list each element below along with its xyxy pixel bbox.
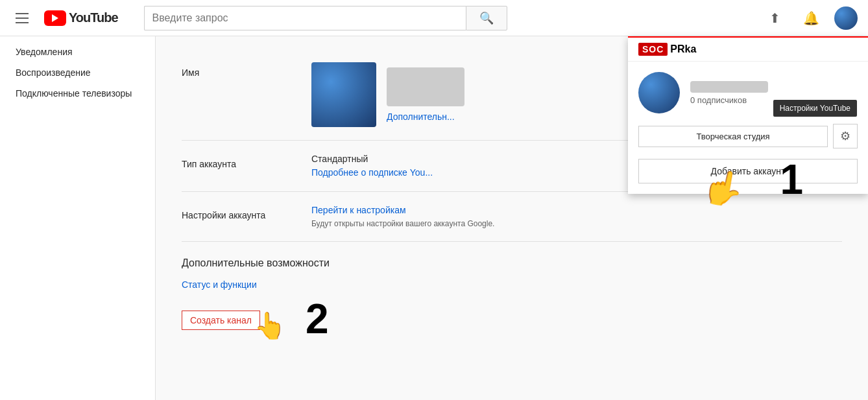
name-label: Имя — [182, 62, 311, 78]
account-type-label: Тип аккаунта — [182, 154, 311, 169]
dropdown-actions: Творческая студия ⚙ Настройки YouTube — [628, 124, 868, 159]
youtube-text: YouTube — [69, 10, 118, 25]
youtube-logo[interactable]: YouTube — [44, 10, 118, 26]
user-avatar-button[interactable] — [834, 6, 858, 30]
account-settings-content: Перейти к настройкам Будут открыты настр… — [311, 205, 842, 228]
menu-button[interactable] — [10, 8, 34, 29]
notification-button[interactable]: 🔔 — [798, 5, 824, 31]
bell-icon: 🔔 — [803, 10, 819, 26]
cursor-hand-1-icon: 👆 — [699, 165, 748, 211]
sidebar: Уведомления Воспроизведение Подключенные… — [0, 36, 156, 400]
avatar-image — [834, 6, 858, 30]
additional-title: Дополнительные возможности — [182, 257, 842, 269]
account-dropdown: SOC SOC PRka 0 подписчиков Творческая ст… — [628, 36, 868, 194]
cursor-hand-2-icon: 👆 — [254, 311, 286, 341]
youtube-icon — [44, 10, 66, 26]
dropdown-avatar — [638, 72, 680, 113]
step-number-1: 1 — [780, 156, 803, 204]
add-account-button[interactable]: Добавить аккаунт — [638, 159, 858, 183]
go-to-settings-link[interactable]: Перейти к настройкам — [311, 205, 842, 215]
search-bar: 🔍 — [144, 6, 507, 30]
account-settings-label: Настройки аккаунта — [182, 205, 311, 220]
soc-badge: SOC — [638, 43, 668, 56]
soc-prka-bar: SOC SOC PRka — [628, 38, 868, 62]
sidebar-item-playback[interactable]: Воспроизведение — [0, 62, 155, 83]
sidebar-item-notifications[interactable]: Уведомления — [0, 41, 155, 62]
header: YouTube 🔍 ⬆ 🔔 — [0, 0, 868, 36]
upload-button[interactable]: ⬆ — [762, 5, 788, 31]
settings-description: Будут открыты настройки вашего аккаунта … — [311, 219, 842, 228]
sidebar-item-tvs[interactable]: Подключенные телевизоры — [0, 83, 155, 104]
search-icon: 🔍 — [479, 11, 494, 25]
subscription-link[interactable]: Подробнее о подписке You... — [311, 167, 433, 178]
create-channel-row: Создать канал 👆 2 — [182, 295, 842, 343]
upload-icon: ⬆ — [769, 10, 780, 26]
name-info: Дополнительн... — [387, 67, 464, 122]
step-number-2: 2 — [306, 295, 329, 343]
create-channel-button[interactable]: Создать канал — [182, 311, 260, 330]
dropdown-name-blurred — [690, 81, 768, 93]
header-right: ⬆ 🔔 — [762, 5, 858, 31]
search-button[interactable]: 🔍 — [466, 6, 507, 30]
settings-gear-button[interactable]: ⚙ Настройки YouTube — [833, 124, 858, 148]
prka-text: PRka — [670, 43, 696, 55]
creative-studio-button[interactable]: Творческая студия — [638, 126, 828, 147]
dropdown-subscribers: 0 подписчиков — [690, 95, 858, 105]
additional-section: Дополнительные возможности Статус и функ… — [182, 242, 842, 359]
dropdown-profile: 0 подписчиков — [628, 62, 868, 124]
header-left: YouTube — [10, 8, 118, 29]
search-input[interactable] — [144, 6, 466, 30]
additional-link[interactable]: Дополнительн... — [387, 112, 464, 122]
status-features-link[interactable]: Статус и функции — [182, 279, 842, 290]
gear-icon: ⚙ — [840, 129, 850, 143]
channel-avatar — [311, 62, 376, 127]
name-blurred — [387, 67, 464, 106]
dropdown-info: 0 подписчиков — [690, 81, 858, 105]
